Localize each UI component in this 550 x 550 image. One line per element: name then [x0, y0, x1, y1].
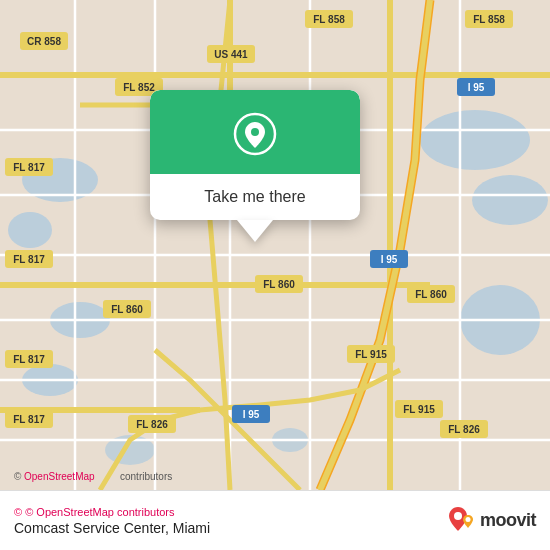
location-name: Comcast Service Center, Miami [14, 520, 210, 536]
moovit-pin-icon [448, 505, 476, 537]
svg-text:I 95: I 95 [381, 254, 398, 265]
footer-info: © © OpenStreetMap contributors Comcast S… [14, 506, 210, 536]
svg-text:OpenStreetMap: OpenStreetMap [24, 471, 95, 482]
svg-text:©: © [14, 471, 22, 482]
svg-text:FL 817: FL 817 [13, 162, 45, 173]
location-popup: Take me there [150, 90, 360, 220]
osm-credit: © © OpenStreetMap contributors [14, 506, 210, 518]
svg-text:US 441: US 441 [214, 49, 248, 60]
svg-text:FL 860: FL 860 [263, 279, 295, 290]
svg-point-5 [420, 110, 530, 170]
svg-text:FL 826: FL 826 [448, 424, 480, 435]
svg-text:FL 858: FL 858 [473, 14, 505, 25]
svg-text:CR 858: CR 858 [27, 36, 61, 47]
location-pin-icon [233, 112, 277, 156]
take-me-there-button[interactable]: Take me there [204, 188, 305, 206]
moovit-logo: moovit [448, 505, 536, 537]
svg-point-70 [251, 128, 259, 136]
svg-text:FL 817: FL 817 [13, 254, 45, 265]
svg-point-6 [472, 175, 548, 225]
svg-point-2 [8, 212, 52, 248]
svg-text:FL 860: FL 860 [111, 304, 143, 315]
svg-text:I 95: I 95 [243, 409, 260, 420]
popup-header [150, 90, 360, 174]
svg-text:FL 817: FL 817 [13, 414, 45, 425]
footer: © © OpenStreetMap contributors Comcast S… [0, 490, 550, 550]
svg-text:FL 860: FL 860 [415, 289, 447, 300]
copyright-symbol: © [14, 506, 25, 518]
svg-text:FL 915: FL 915 [355, 349, 387, 360]
svg-point-72 [465, 517, 470, 522]
svg-text:I 95: I 95 [468, 82, 485, 93]
moovit-text: moovit [480, 510, 536, 531]
svg-text:FL 852: FL 852 [123, 82, 155, 93]
svg-text:FL 915: FL 915 [403, 404, 435, 415]
popup-tail [237, 220, 273, 242]
svg-text:contributors: contributors [120, 471, 172, 482]
svg-text:FL 826: FL 826 [136, 419, 168, 430]
map-area: CR 858 FL 858 FL 858 US 441 I 95 FL 852 … [0, 0, 550, 490]
svg-text:FL 858: FL 858 [313, 14, 345, 25]
svg-point-71 [454, 512, 462, 520]
svg-text:FL 817: FL 817 [13, 354, 45, 365]
osm-link[interactable]: © OpenStreetMap contributors [25, 506, 174, 518]
